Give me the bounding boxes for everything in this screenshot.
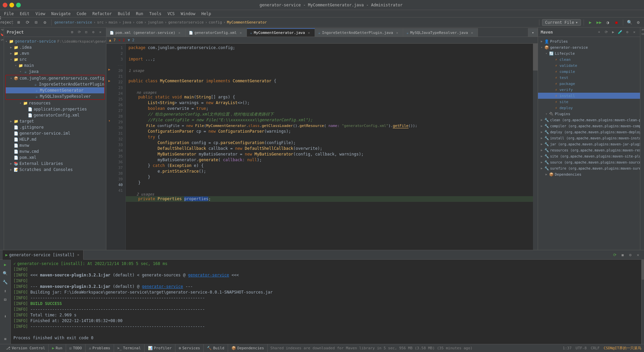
editor-scroll-map[interactable]: [533, 44, 538, 250]
maven-skip-tests-btn[interactable]: 🧪: [617, 29, 623, 35]
menu-tools[interactable]: Tools: [147, 11, 164, 17]
sidebar-structure-icon[interactable]: S: [0, 38, 4, 42]
tree-item-pom[interactable]: 📄 pom.xml: [4, 155, 106, 161]
project-layout-btn[interactable]: ⊞: [69, 29, 75, 35]
tree-item-genconfig[interactable]: 📄 generatorConfig.xml: [4, 112, 106, 118]
maven-phase-deploy[interactable]: ⚡ deploy: [538, 105, 640, 111]
settings-btn[interactable]: ⚙: [635, 19, 642, 26]
tree-item-scratches[interactable]: ▶ 📝 Scratches and Consoles: [4, 167, 106, 173]
toolbar-settings-btn[interactable]: ⚙: [41, 19, 49, 26]
tree-item-appprops[interactable]: 📄 application.properties: [4, 106, 106, 112]
tab-ingore[interactable]: ☕ IngoreSetterAndGetterPlugin.java ✕: [315, 28, 403, 37]
menu-build[interactable]: Build: [115, 11, 132, 17]
tree-item-external-libs[interactable]: ▶ 📚 External Libraries: [4, 161, 106, 167]
toolbar-layout-btn[interactable]: ⊞: [15, 19, 22, 26]
side-scroll-btn[interactable]: ≡: [2, 335, 9, 343]
tab-pom[interactable]: 📄 pom.xml (generator-service) ✕: [106, 28, 185, 37]
terminal-tab[interactable]: >_ Terminal: [114, 344, 145, 352]
toolbar-sync-btn[interactable]: ⟳: [24, 19, 31, 26]
current-file-dropdown[interactable]: Current File ▾: [542, 19, 581, 26]
maven-phase-clean[interactable]: ⚡ clean: [538, 56, 640, 62]
tab-close-btn[interactable]: ✕: [307, 31, 311, 35]
maven-plugin-jar[interactable]: ▶ 🔧 jar (org.apache.maven.plugins:maven-…: [538, 141, 640, 147]
maven-project[interactable]: ▾ 📦 generator-service: [538, 44, 640, 50]
tab-genconfig[interactable]: 📄 generatorConfig.xml ✕: [185, 28, 247, 37]
maven-plugin-site[interactable]: ▶ 🔧 site (org.apache.maven.plugins:maven…: [538, 153, 640, 159]
maven-add-btn[interactable]: +: [596, 29, 602, 35]
menu-run[interactable]: Run: [133, 11, 146, 17]
tree-item-target[interactable]: ▶ 📁 target: [4, 118, 106, 124]
run-gutter-icon[interactable]: ▶: [108, 68, 110, 71]
output-scrollbar[interactable]: [641, 260, 644, 344]
minimize-button[interactable]: ─: [9, 3, 14, 7]
tab-close-btn[interactable]: ✕: [238, 30, 243, 35]
run-tab-close[interactable]: ✕: [76, 253, 80, 257]
maven-phase-install[interactable]: ⚡ install: [538, 93, 640, 99]
maven-profiles[interactable]: ▶ 👤 Profiles: [538, 38, 640, 44]
maven-phase-verify[interactable]: ⚡ verify: [538, 87, 640, 93]
cursor-position[interactable]: 1:37: [563, 346, 572, 350]
close-button[interactable]: ✕: [3, 3, 7, 7]
maven-settings-btn[interactable]: ⚙: [624, 29, 630, 35]
maven-plugin-compiler[interactable]: ▶ 🔧 compiler (org.apache.maven.plugins:m…: [538, 123, 640, 129]
project-collapse-btn[interactable]: ⊟: [83, 29, 89, 35]
maven-plugin-surefire[interactable]: ▶ 🔧 surefire (org.apache.maven.plugins:m…: [538, 165, 640, 171]
problems-tab[interactable]: ⚠ Problems: [86, 344, 114, 352]
maven-close-btn[interactable]: ✕: [631, 29, 637, 35]
scroll-to-end-btn[interactable]: ⬇: [2, 313, 9, 320]
tree-item-resources[interactable]: ▾ 📁 resources: [4, 100, 106, 106]
tree-item-package[interactable]: ▾ 📦 com.junglon.generatorservice.config: [6, 75, 104, 81]
profiler-tab[interactable]: 📊 Profiler: [145, 344, 175, 352]
todo-tab[interactable]: ☑ TODO: [66, 344, 86, 352]
project-settings-btn[interactable]: ⚙: [90, 29, 96, 35]
project-btn[interactable]: ☰ Project ▾: [2, 19, 9, 26]
rerun-btn[interactable]: ⟳: [611, 252, 618, 258]
maven-lifecycle[interactable]: ▾ 🔄 Lifecycle: [538, 50, 640, 56]
maven-plugin-install[interactable]: ▶ 🔧 install (org.apache.maven.plugins:ma…: [538, 135, 640, 141]
search-btn[interactable]: 🔍: [626, 19, 633, 26]
tree-item-java[interactable]: ▾ ☕ java: [4, 69, 106, 75]
tree-item-main[interactable]: ▾ 📁 main: [4, 62, 106, 69]
line-ending-indicator[interactable]: CRLF: [591, 346, 600, 350]
run-tab[interactable]: ▶ generator-service [install] ✕: [3, 250, 84, 260]
tree-item-ingore[interactable]: ☕ IngoreSetterAndGetterPlugin: [6, 81, 104, 87]
services-tab[interactable]: ⚙ Services: [175, 344, 204, 352]
tree-item-iml[interactable]: 📄 generator-service.iml: [4, 130, 106, 136]
notification-icon[interactable]: N: [640, 28, 644, 32]
toolbar-collapse-btn[interactable]: ⊟: [33, 19, 40, 26]
maven-phase-package[interactable]: ⚡ package: [538, 81, 640, 87]
collapse-gutter-icon[interactable]: ▾: [108, 119, 110, 123]
settings-btn[interactable]: ⚙: [627, 252, 634, 258]
tree-item-mycomment[interactable]: ☕ MyCommentGenerator: [6, 87, 104, 93]
dependencies-tab[interactable]: 📦 Dependencies: [228, 344, 268, 352]
tab-close-btn[interactable]: ✕: [470, 30, 474, 35]
menu-navigate[interactable]: Navigate: [49, 11, 73, 17]
maven-plugin-resources[interactable]: ▶ 🔧 resources (org.apache.maven.plugins:…: [538, 147, 640, 153]
project-close-btn[interactable]: ✕: [97, 29, 103, 35]
close-panel-btn[interactable]: ✕: [635, 252, 641, 258]
menu-window[interactable]: Window: [178, 11, 198, 17]
database-icon[interactable]: D: [640, 32, 644, 36]
tree-item-gitignore[interactable]: 📄 .gitignore: [4, 124, 106, 130]
maven-plugin-source[interactable]: ▶ 🔧 source (org.apache.maven.plugins:mav…: [538, 159, 640, 165]
run-gutter-icon[interactable]: ▶: [108, 79, 110, 83]
project-sync-btn[interactable]: ⟳: [76, 29, 82, 35]
tree-item-mvn[interactable]: ▶ 📁 .mvn: [4, 50, 106, 56]
search-output-btn[interactable]: 🔍: [2, 270, 9, 277]
tab-close-btn[interactable]: ✕: [177, 30, 182, 35]
wrench-btn[interactable]: 🔧: [2, 278, 9, 286]
stop-button[interactable]: ◼: [613, 19, 620, 26]
code-editor[interactable]: package com.junglon.generatorservice.con…: [126, 44, 533, 250]
menu-vcs[interactable]: VCS: [165, 11, 177, 17]
run-status-tab[interactable]: ▶ Run: [49, 344, 66, 352]
build-tab[interactable]: 🔨 Build: [204, 344, 228, 352]
maven-plugin-clean[interactable]: ▶ 🔧 clean (org.apache.maven.plugins:mave…: [538, 117, 640, 123]
debug-button[interactable]: ▶▶: [595, 19, 603, 26]
tree-item-mvnw[interactable]: 📄 mvnw: [4, 142, 106, 148]
menu-help[interactable]: Help: [199, 11, 214, 17]
run-with-coverage-button[interactable]: ◑: [604, 19, 611, 26]
maven-plugin-deploy[interactable]: ▶ 🔧 deploy (org.apache.maven.plugins:mav…: [538, 129, 640, 135]
tab-mycomment[interactable]: ☕ MyCommentGenerator.java ✕: [247, 28, 315, 37]
stop-btn[interactable]: ◼: [619, 252, 626, 258]
tree-item-root[interactable]: ▾ 📁 generator-service F:\ideaWorkspace\g…: [4, 38, 106, 44]
